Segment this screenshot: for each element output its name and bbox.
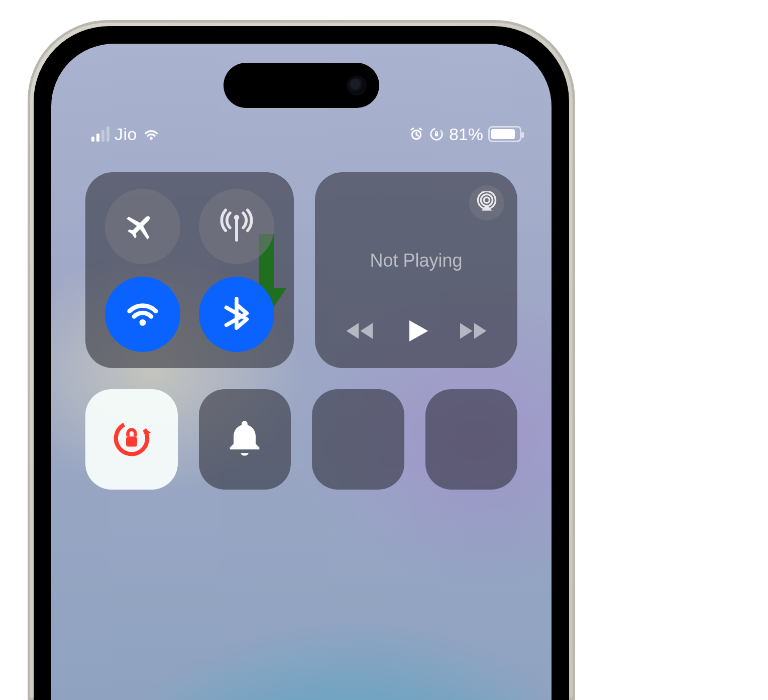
wifi-icon: [125, 296, 160, 333]
screen: Jio: [51, 44, 552, 700]
airplane-mode-toggle[interactable]: [105, 189, 180, 264]
svg-point-5: [481, 194, 492, 206]
svg-point-4: [484, 197, 489, 203]
phone-frame: Jio: [28, 20, 575, 700]
dynamic-island: [224, 63, 379, 108]
rewind-button[interactable]: [345, 318, 380, 343]
phone-bezel: Jio: [34, 26, 569, 700]
front-camera: [349, 78, 364, 93]
cellular-data-toggle[interactable]: [199, 189, 274, 264]
cc-tile-blank-2[interactable]: [425, 389, 518, 490]
cc-tile-blank-1[interactable]: [312, 389, 404, 490]
media-panel[interactable]: Not Playing: [315, 172, 517, 368]
control-center: Not Playing: [85, 172, 517, 490]
forward-button[interactable]: [453, 318, 488, 343]
battery-percentage: 81%: [449, 125, 483, 144]
rotation-lock-toggle[interactable]: [85, 389, 178, 490]
cc-row-1: Not Playing: [85, 172, 517, 368]
wifi-toggle[interactable]: [105, 277, 180, 352]
status-bar: Jio: [51, 122, 552, 147]
signal-strength-icon: [91, 127, 109, 142]
airplane-icon: [125, 208, 160, 245]
airplay-button[interactable]: [469, 185, 504, 220]
bluetooth-icon: [219, 296, 254, 333]
status-left: Jio: [91, 125, 160, 144]
svg-point-3: [234, 214, 240, 220]
bluetooth-toggle[interactable]: [199, 277, 274, 352]
carrier-label: Jio: [115, 125, 137, 144]
cc-row-2: [85, 389, 517, 490]
rotation-lock-icon: [109, 416, 154, 462]
media-controls: [315, 317, 517, 345]
do-not-disturb-toggle[interactable]: [199, 389, 291, 490]
wifi-status-icon: [142, 127, 160, 141]
orientation-lock-small-icon: [429, 127, 444, 142]
status-right: 81%: [409, 125, 521, 144]
cellular-antenna-icon: [219, 208, 254, 245]
bell-icon: [223, 416, 267, 462]
connectivity-panel[interactable]: [85, 172, 294, 368]
svg-rect-2: [435, 133, 438, 136]
battery-icon: [488, 126, 521, 142]
play-button[interactable]: [402, 317, 430, 345]
now-playing-title: Not Playing: [315, 250, 517, 271]
svg-rect-8: [126, 436, 137, 446]
airplay-icon: [476, 191, 497, 214]
alarm-icon: [409, 127, 424, 142]
